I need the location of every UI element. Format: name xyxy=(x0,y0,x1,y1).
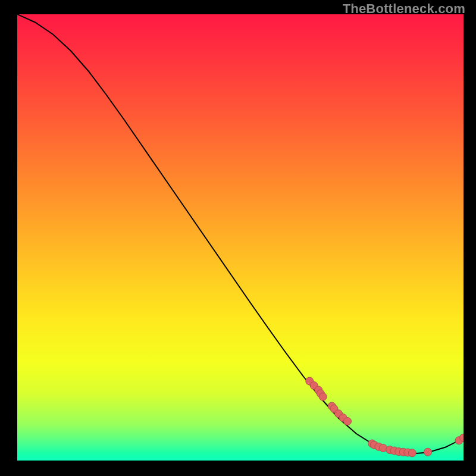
data-marker xyxy=(408,449,416,457)
bottleneck-curve xyxy=(17,14,464,454)
chart-stage: TheBottleneck.com xyxy=(0,0,476,476)
chart-svg xyxy=(17,14,464,461)
data-marker xyxy=(424,448,432,456)
plot-area xyxy=(17,14,464,461)
marker-group xyxy=(306,377,464,457)
data-marker xyxy=(319,393,327,400)
data-marker xyxy=(344,418,352,425)
